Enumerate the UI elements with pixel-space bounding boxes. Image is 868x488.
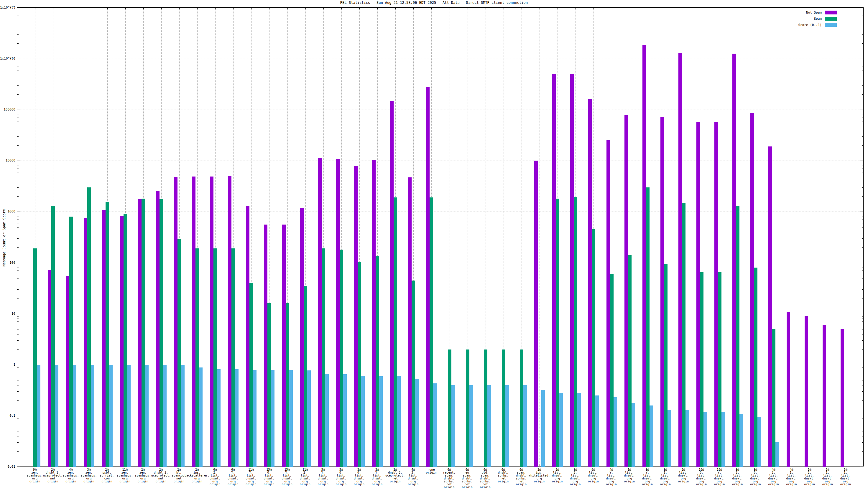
x-tick [630,8,630,9]
x-tick-label: 15@ Y. list. dnswl. org origin [282,468,292,486]
score-bar [379,376,383,467]
chart-title: RBL Statistics - Sun Aug 31 12:58:06 EDT… [0,1,868,5]
spam-bar [700,272,704,467]
v-gridline [792,8,792,466]
spam-bar [520,350,523,467]
y-minor-tick [17,64,19,64]
y-minor-tick [862,70,863,70]
y-tick-label: 10000 [0,159,16,162]
not-spam-bar [714,122,718,467]
x-tick [666,8,666,9]
spam-bar [105,202,109,467]
score-bar [109,365,113,467]
x-tick [522,8,522,9]
y-minor-tick [17,34,19,35]
y-minor-tick [17,400,19,401]
x-tick [846,464,846,466]
spam-bar [214,249,217,467]
not-spam-bar [643,45,646,467]
y-minor-tick [17,283,19,283]
y-tick-label: 0.01 [0,465,16,468]
y-minor-tick [862,15,863,16]
y-major-tick [860,314,863,314]
y-major-tick [17,8,20,8]
y-major-tick [17,314,20,314]
x-tick [269,8,270,9]
y-minor-tick [862,424,863,424]
not-spam-bar [733,54,736,467]
y-minor-tick [17,319,19,319]
y-minor-tick [862,125,863,125]
x-tick [125,8,126,9]
legend-row-not-spam: Not Spam [799,11,837,14]
y-tick-label: 100 [0,261,16,264]
x-tick-label: 5@ Y. list. dnswl. org origin [318,468,329,486]
x-tick-label: 1@ list. dnswl. org origin [624,468,635,483]
x-tick-label: 6@ new. spam. dnsbl. sorbs. net origin [462,468,473,488]
x-tick-label: 2@ zen. spamhaus. org origin [135,468,151,483]
y-minor-tick [17,367,19,367]
not-spam-bar [786,312,790,467]
legend-row-score: Score (0..1) [799,23,837,27]
y-minor-tick [862,163,863,163]
y-minor-tick [17,28,19,28]
not-spam-bar [264,225,268,467]
y-minor-tick [17,70,19,70]
y-minor-tick [862,115,863,115]
x-tick-label: 3@ 0. list. dnswl. org origin [354,468,365,486]
y-minor-tick [862,217,863,217]
y-minor-tick [862,431,863,431]
y-minor-tick [17,380,19,381]
y-minor-tick [17,298,19,299]
score-bar [469,385,473,467]
y-minor-tick [17,391,19,392]
y-minor-tick [17,181,19,181]
spam-bar [304,286,307,467]
score-bar [523,385,527,467]
x-tick [341,8,342,9]
not-spam-bar [228,176,231,467]
x-tick [828,8,828,9]
spam-bar [87,187,91,467]
x-tick-label: 10@ 0. list. dnswl. org origin [696,468,707,486]
not-spam-bar [607,140,610,467]
spam-bar [268,303,271,467]
spam-bar [772,329,775,467]
x-tick-label: 4@ 3. list. dnswl. org origin [408,468,418,486]
not-spam-bar [570,74,574,467]
x-tick-label: 6@ Y. list. dnswl. org origin [228,468,238,486]
x-tick-label: 4@ 1. list. dnswl. org origin [786,468,797,486]
not-spam-bar [48,270,51,467]
y-minor-tick [17,247,19,248]
spam-bar [574,197,577,467]
score-bar [775,442,779,467]
spam-bar [592,229,595,467]
y-minor-tick [862,322,863,322]
spam-bar [195,249,199,467]
y-major-tick [860,8,863,8]
score-bar [127,365,131,467]
not-spam-bar [66,276,69,467]
spam-bar [124,214,127,467]
y-minor-tick [17,322,19,322]
y-minor-tick [862,247,863,248]
x-tick [35,8,35,9]
score-bar [199,367,203,467]
y-minor-tick [862,181,863,181]
x-tick-label: 4@ Y. list. dnswl. org origin [606,468,617,486]
y-major-tick [17,161,20,161]
x-tick-label: 2@ dnsbl-2. uceprotect. net origin [151,468,171,483]
y-major-tick [17,365,20,365]
not-spam-bar [823,325,826,467]
spam-bar [340,250,343,467]
score-bar [181,365,185,467]
not-spam-bar [156,191,159,467]
y-minor-tick [862,19,863,19]
legend-row-spam: Spam [799,17,837,21]
y-minor-tick [862,130,863,130]
score-bar [343,374,347,467]
y-minor-tick [17,176,19,176]
y-minor-tick [17,43,19,44]
x-tick-label: 10@ Y. list. dnswl. org origin [714,468,725,486]
x-tick-label: 2@ ips. whitelisted. org origin [529,468,550,483]
